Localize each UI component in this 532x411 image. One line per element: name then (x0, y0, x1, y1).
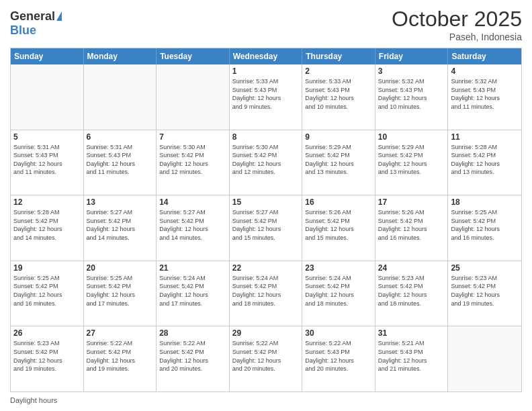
calendar-row: 1Sunrise: 5:33 AM Sunset: 5:43 PM Daylig… (11, 64, 521, 130)
calendar-row: 26Sunrise: 5:23 AM Sunset: 5:42 PM Dayli… (11, 326, 521, 392)
day-info: Sunrise: 5:32 AM Sunset: 5:43 PM Dayligh… (378, 77, 445, 111)
day-number: 9 (305, 132, 372, 142)
day-info: Sunrise: 5:24 AM Sunset: 5:42 PM Dayligh… (232, 274, 300, 308)
daylight-hours-label: Daylight hours (10, 396, 57, 404)
calendar-header-cell: Monday (84, 48, 157, 64)
calendar-row: 19Sunrise: 5:25 AM Sunset: 5:42 PM Dayli… (11, 261, 521, 326)
day-number: 12 (13, 197, 81, 207)
day-number: 25 (451, 263, 519, 273)
calendar-cell: 11Sunrise: 5:28 AM Sunset: 5:42 PM Dayli… (448, 130, 521, 195)
calendar-cell: 4Sunrise: 5:32 AM Sunset: 5:43 PM Daylig… (448, 64, 521, 130)
day-info: Sunrise: 5:27 AM Sunset: 5:42 PM Dayligh… (232, 208, 300, 242)
day-info: Sunrise: 5:23 AM Sunset: 5:42 PM Dayligh… (378, 274, 445, 308)
calendar-cell: 18Sunrise: 5:25 AM Sunset: 5:42 PM Dayli… (448, 195, 521, 261)
calendar-header-cell: Friday (375, 48, 449, 64)
day-number: 14 (159, 197, 226, 207)
day-info: Sunrise: 5:33 AM Sunset: 5:43 PM Dayligh… (232, 77, 300, 111)
calendar-cell: 17Sunrise: 5:26 AM Sunset: 5:42 PM Dayli… (375, 195, 449, 261)
day-number: 18 (451, 197, 519, 207)
calendar-cell: 6Sunrise: 5:31 AM Sunset: 5:43 PM Daylig… (84, 130, 157, 195)
day-info: Sunrise: 5:28 AM Sunset: 5:42 PM Dayligh… (13, 208, 81, 242)
day-number: 6 (87, 132, 154, 142)
calendar-cell: 28Sunrise: 5:22 AM Sunset: 5:42 PM Dayli… (157, 326, 230, 392)
day-number: 27 (87, 328, 154, 338)
title-block: October 2025 Paseh, Indonesia (392, 7, 522, 42)
day-number: 1 (232, 66, 300, 76)
day-info: Sunrise: 5:25 AM Sunset: 5:42 PM Dayligh… (451, 208, 519, 242)
day-info: Sunrise: 5:24 AM Sunset: 5:42 PM Dayligh… (159, 274, 226, 308)
logo: General Blue (10, 9, 62, 38)
logo-general-text: General (10, 9, 55, 24)
day-info: Sunrise: 5:31 AM Sunset: 5:43 PM Dayligh… (13, 143, 81, 177)
day-info: Sunrise: 5:23 AM Sunset: 5:42 PM Dayligh… (451, 274, 519, 308)
day-number: 13 (87, 197, 154, 207)
day-info: Sunrise: 5:28 AM Sunset: 5:42 PM Dayligh… (451, 143, 519, 177)
calendar-body: 1Sunrise: 5:33 AM Sunset: 5:43 PM Daylig… (11, 64, 521, 392)
day-info: Sunrise: 5:32 AM Sunset: 5:43 PM Dayligh… (451, 77, 519, 111)
day-number: 20 (87, 263, 154, 273)
day-info: Sunrise: 5:29 AM Sunset: 5:42 PM Dayligh… (378, 143, 445, 177)
calendar-cell: 30Sunrise: 5:22 AM Sunset: 5:43 PM Dayli… (302, 326, 375, 392)
calendar-header-cell: Thursday (302, 48, 375, 64)
calendar-cell: 29Sunrise: 5:22 AM Sunset: 5:42 PM Dayli… (230, 326, 303, 392)
calendar-header-cell: Tuesday (157, 48, 230, 64)
calendar-header-cell: Sunday (11, 48, 84, 64)
calendar-cell: 19Sunrise: 5:25 AM Sunset: 5:42 PM Dayli… (11, 261, 84, 326)
footer: Daylight hours (10, 396, 522, 404)
calendar-cell: 10Sunrise: 5:29 AM Sunset: 5:42 PM Dayli… (375, 130, 449, 195)
page: General Blue October 2025 Paseh, Indones… (0, 0, 532, 411)
calendar-cell: 16Sunrise: 5:26 AM Sunset: 5:42 PM Dayli… (302, 195, 375, 261)
calendar-cell: 13Sunrise: 5:27 AM Sunset: 5:42 PM Dayli… (84, 195, 157, 261)
calendar-cell: 7Sunrise: 5:30 AM Sunset: 5:42 PM Daylig… (157, 130, 230, 195)
day-info: Sunrise: 5:21 AM Sunset: 5:43 PM Dayligh… (378, 339, 445, 373)
calendar: SundayMondayTuesdayWednesdayThursdayFrid… (10, 48, 522, 392)
calendar-cell: 22Sunrise: 5:24 AM Sunset: 5:42 PM Dayli… (230, 261, 303, 326)
calendar-cell: 12Sunrise: 5:28 AM Sunset: 5:42 PM Dayli… (11, 195, 84, 261)
calendar-cell: 31Sunrise: 5:21 AM Sunset: 5:43 PM Dayli… (375, 326, 449, 392)
day-number: 10 (378, 132, 445, 142)
calendar-cell (11, 64, 84, 130)
day-number: 22 (232, 263, 300, 273)
calendar-header-cell: Saturday (448, 48, 521, 64)
day-number: 11 (451, 132, 519, 142)
calendar-cell: 24Sunrise: 5:23 AM Sunset: 5:42 PM Dayli… (375, 261, 449, 326)
day-info: Sunrise: 5:31 AM Sunset: 5:43 PM Dayligh… (87, 143, 154, 177)
day-info: Sunrise: 5:27 AM Sunset: 5:42 PM Dayligh… (159, 208, 226, 242)
calendar-cell: 8Sunrise: 5:30 AM Sunset: 5:42 PM Daylig… (230, 130, 303, 195)
day-info: Sunrise: 5:22 AM Sunset: 5:42 PM Dayligh… (87, 339, 154, 373)
day-info: Sunrise: 5:25 AM Sunset: 5:42 PM Dayligh… (13, 274, 81, 308)
day-info: Sunrise: 5:30 AM Sunset: 5:42 PM Dayligh… (232, 143, 300, 177)
calendar-cell: 2Sunrise: 5:33 AM Sunset: 5:43 PM Daylig… (302, 64, 375, 130)
day-info: Sunrise: 5:30 AM Sunset: 5:42 PM Dayligh… (159, 143, 226, 177)
day-info: Sunrise: 5:22 AM Sunset: 5:42 PM Dayligh… (232, 339, 300, 373)
day-number: 16 (305, 197, 372, 207)
logo-triangle-icon (56, 11, 62, 21)
day-number: 29 (232, 328, 300, 338)
calendar-cell (157, 64, 230, 130)
day-info: Sunrise: 5:27 AM Sunset: 5:42 PM Dayligh… (87, 208, 154, 242)
calendar-cell: 26Sunrise: 5:23 AM Sunset: 5:42 PM Dayli… (11, 326, 84, 392)
day-info: Sunrise: 5:29 AM Sunset: 5:42 PM Dayligh… (305, 143, 372, 177)
day-number: 26 (13, 328, 81, 338)
calendar-cell: 9Sunrise: 5:29 AM Sunset: 5:42 PM Daylig… (302, 130, 375, 195)
calendar-cell (84, 64, 157, 130)
calendar-header: SundayMondayTuesdayWednesdayThursdayFrid… (11, 48, 521, 64)
calendar-cell: 27Sunrise: 5:22 AM Sunset: 5:42 PM Dayli… (84, 326, 157, 392)
calendar-cell: 5Sunrise: 5:31 AM Sunset: 5:43 PM Daylig… (11, 130, 84, 195)
day-number: 2 (305, 66, 372, 76)
day-info: Sunrise: 5:23 AM Sunset: 5:42 PM Dayligh… (13, 339, 81, 373)
calendar-cell: 21Sunrise: 5:24 AM Sunset: 5:42 PM Dayli… (157, 261, 230, 326)
day-number: 28 (159, 328, 226, 338)
day-info: Sunrise: 5:33 AM Sunset: 5:43 PM Dayligh… (305, 77, 372, 111)
day-info: Sunrise: 5:26 AM Sunset: 5:42 PM Dayligh… (305, 208, 372, 242)
calendar-cell (448, 326, 521, 392)
day-info: Sunrise: 5:26 AM Sunset: 5:42 PM Dayligh… (378, 208, 445, 242)
calendar-cell: 1Sunrise: 5:33 AM Sunset: 5:43 PM Daylig… (230, 64, 303, 130)
calendar-row: 12Sunrise: 5:28 AM Sunset: 5:42 PM Dayli… (11, 195, 521, 261)
day-number: 31 (378, 328, 445, 338)
location-subtitle: Paseh, Indonesia (392, 32, 522, 42)
month-title: October 2025 (392, 7, 522, 32)
day-number: 17 (378, 197, 445, 207)
day-number: 5 (13, 132, 81, 142)
day-info: Sunrise: 5:25 AM Sunset: 5:42 PM Dayligh… (87, 274, 154, 308)
